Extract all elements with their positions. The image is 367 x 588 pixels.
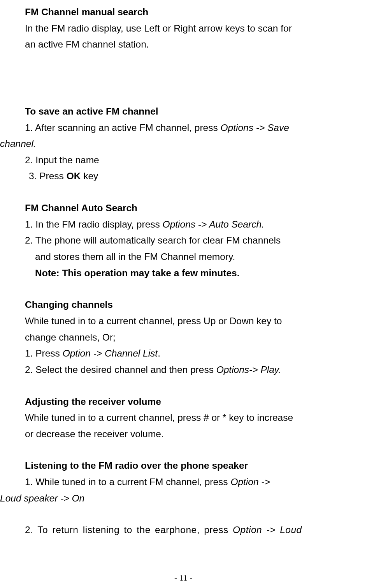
body-text: While tuned in to a current channel, pre… [0, 313, 362, 329]
body-text: an active FM channel station. [0, 36, 362, 53]
body-text: change channels, Or; [0, 329, 362, 346]
heading-changing-channels: Changing channels [0, 297, 362, 313]
text-fragment-italic: Options -> Save [221, 122, 289, 133]
note-text: Note: This operation may take a few minu… [0, 265, 362, 281]
body-text: 2. The phone will automatically search f… [0, 232, 362, 249]
body-text: 2. Input the name [0, 152, 362, 168]
heading-auto-search: FM Channel Auto Search [0, 200, 362, 216]
body-text: 1. After scanning an active FM channel, … [0, 120, 362, 136]
text-fragment: 1. In the FM radio display, press [25, 219, 163, 230]
text-fragment-italic: Option -> Channel List [63, 348, 158, 358]
body-text-italic: channel. [0, 136, 362, 152]
body-text: While tuned in to a current channel, pre… [0, 410, 362, 426]
text-fragment: key [81, 171, 98, 181]
body-text-italic: Loud speaker -> On [0, 490, 362, 507]
body-text: 1. While tuned in to a current FM channe… [0, 474, 362, 490]
text-fragment: 1. Press [25, 348, 63, 358]
text-fragment: . [158, 348, 160, 358]
text-fragment: 2. Select the desired channel and then p… [25, 364, 216, 375]
body-text: or decrease the receiver volume. [0, 426, 362, 442]
body-text: 2. To return listening to the earphone, … [0, 522, 362, 538]
body-text: 3. Press OK key [0, 168, 362, 184]
text-fragment-italic: Options -> Auto Search. [163, 219, 264, 230]
body-text: 2. Select the desired channel and then p… [0, 362, 362, 378]
heading-volume: Adjusting the receiver volume [0, 394, 362, 410]
body-text: 1. In the FM radio display, press Option… [0, 216, 362, 233]
text-fragment: 3. Press [29, 171, 67, 181]
heading-save-channel: To save an active FM channel [0, 103, 362, 120]
text-fragment: 2. To return listening to the earphone, … [25, 524, 233, 535]
heading-manual-search: FM Channel manual search [0, 4, 362, 20]
body-text: and stores them all in the FM Channel me… [0, 249, 362, 265]
text-fragment-italic: Option -> Loud [233, 524, 302, 535]
text-fragment: 1. While tuned in to a current FM channe… [25, 477, 230, 487]
body-text: 1. Press Option -> Channel List. [0, 345, 362, 362]
text-fragment: 1. After scanning an active FM channel, … [25, 122, 221, 133]
page-number: - 11 - [0, 570, 367, 585]
text-fragment-bold: OK [67, 171, 81, 181]
body-text: In the FM radio display, use Left or Rig… [0, 20, 362, 37]
text-fragment-italic: Options-> Play. [216, 364, 281, 375]
text-fragment-italic: Option -> [230, 477, 270, 487]
heading-phone-speaker: Listening to the FM radio over the phone… [0, 457, 362, 474]
